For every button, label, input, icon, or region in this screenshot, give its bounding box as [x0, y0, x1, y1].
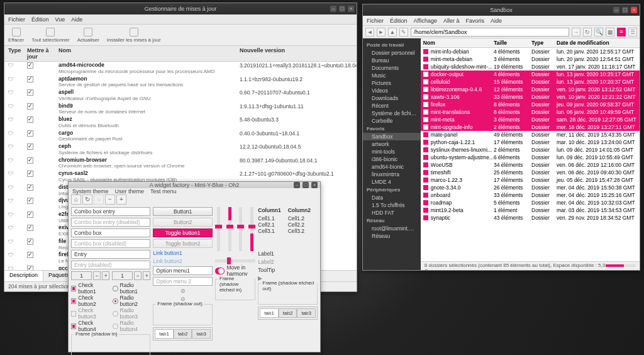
menu-file[interactable]: Fichier [8, 16, 25, 23]
col-name[interactable]: Nom [423, 40, 494, 46]
file-row[interactable]: xawtv-3.10633 élémentsDossierven. 10 jan… [421, 93, 640, 101]
update-row[interactable]: 🛡cargoGestionnaire de paquet Rust0.40.0-… [4, 130, 357, 144]
refresh-button[interactable]: ↻ [583, 28, 592, 37]
combo-box[interactable]: Combo box [71, 228, 150, 237]
update-row[interactable]: 🛡amd64-microcodeMicroprogramme du microc… [4, 62, 357, 76]
option-menu-1[interactable]: Option menu1 [153, 266, 213, 275]
menu-system-theme[interactable]: System theme [72, 188, 109, 194]
file-row[interactable]: gnote-3.34.026 élémentsDossiermer. 04 dé… [421, 184, 640, 191]
titlebar[interactable]: Sandbox –□× [363, 4, 640, 16]
sidebar-item[interactable]: root@linuxmint.com [363, 225, 421, 232]
file-row[interactable]: celluloid15 élémentsDossierlun. 13 janv.… [421, 78, 640, 86]
update-checkbox[interactable] [27, 62, 33, 69]
sidebar-item[interactable]: HDD FAT [363, 209, 421, 217]
refresh-icon[interactable]: ↻ [82, 194, 92, 205]
entry-field[interactable]: Entry [71, 250, 150, 259]
file-row[interactable]: python-caja-1.22.117 élémentsDossiermar.… [421, 138, 640, 146]
update-row[interactable]: 🛡chromium-browserChromium web browser, o… [4, 157, 357, 171]
switch-icon[interactable] [215, 268, 225, 274]
spin-button-2[interactable]: 1−+ [112, 271, 150, 280]
sidebar-item[interactable]: Pictures [363, 79, 421, 87]
combo-entry[interactable]: Combo box entry [71, 207, 150, 216]
file-row[interactable]: marco-1.22.317 élémentsDossierjeu. 05 dé… [421, 176, 640, 184]
file-row[interactable]: roadmap5 élémentsDossiermer. 04 déc. 201… [421, 199, 640, 206]
install-button[interactable]: Installer les mises à jour [107, 28, 161, 43]
sidebar-item[interactable]: Bureau [363, 57, 421, 64]
sidebar-item[interactable]: LMDE 4 [363, 178, 421, 186]
back-button[interactable]: ◄ [365, 28, 374, 37]
menu-edit[interactable]: Édition [31, 16, 49, 23]
home-icon[interactable]: ⌂ [71, 194, 81, 205]
file-row[interactable]: firefox8 élémentsDossierjeu. 09 janv. 20… [421, 101, 640, 108]
tree-row[interactable]: Cell3.1Cell3.2 [258, 228, 318, 234]
minimize-button[interactable]: – [330, 6, 336, 12]
vscale-1[interactable] [217, 207, 220, 251]
update-checkbox[interactable] [27, 225, 33, 231]
update-row[interactable]: 🛡cephSystème de fichiers et stockage dis… [4, 143, 357, 157]
menu-view[interactable]: Affichage [414, 18, 437, 24]
file-row[interactable]: mint-meta-debian3 élémentsDossierlun. 20… [421, 55, 640, 63]
tree-row[interactable]: Cell2.1Cell2.2 [258, 222, 318, 228]
update-checkbox[interactable] [27, 76, 33, 82]
update-checkbox[interactable] [27, 116, 33, 123]
sidebar-item[interactable]: Data [363, 194, 421, 201]
sidebar-item[interactable]: Récent [363, 102, 421, 110]
tree-view[interactable]: Cell1.1Cell1.2Cell2.1Cell2.2Cell3.1Cell3… [258, 215, 318, 234]
update-checkbox[interactable] [27, 266, 33, 270]
file-row[interactable]: mint19.2-beta1 élémentDossiermar. 03 déc… [421, 206, 640, 214]
radio-1[interactable]: Radio button1 [113, 282, 150, 295]
menu-go[interactable]: Aller à [443, 18, 460, 24]
maximize-button[interactable]: □ [622, 7, 628, 13]
update-row[interactable]: 🛡aspellVérificateur d'orthographe Aspell… [4, 89, 357, 103]
tree-col1[interactable]: Column1 [258, 207, 287, 213]
menu-test[interactable]: Test menu [150, 188, 177, 194]
sidebar-item[interactable]: Videos [363, 87, 421, 94]
menu-bookmarks[interactable]: Favoris [465, 18, 484, 24]
col-version[interactable]: Nouvelle version [240, 47, 353, 60]
list-view-button[interactable]: ≡ [617, 28, 626, 37]
file-row[interactable]: synaptic43 élémentsDossierven. 29 nov. 2… [421, 214, 640, 222]
check-1[interactable]: Check button1 [71, 282, 109, 295]
titlebar[interactable]: A widget factory - Mint-Y-Blue - Oh2 –□× [69, 182, 320, 188]
file-row[interactable]: syslinux-themes-linuxmi...2 élémentsDoss… [421, 146, 640, 154]
update-checkbox[interactable] [27, 89, 33, 96]
maximize-button[interactable]: □ [303, 182, 309, 188]
compact-view-button[interactable]: ☰ [628, 28, 637, 37]
sidebar-item[interactable]: Dossier personnel [363, 49, 421, 57]
path-toggle[interactable]: ✎ [399, 28, 408, 37]
vscale-2[interactable] [228, 207, 231, 251]
minimize-button[interactable]: – [294, 182, 300, 188]
plus-icon[interactable]: + [116, 194, 126, 205]
sidebar-item[interactable]: i386-bionic [363, 155, 421, 163]
up-button[interactable]: ▲ [388, 28, 397, 37]
close-button[interactable]: × [348, 6, 354, 12]
update-row[interactable]: 🛡bluezOutils et démons Bluetooth5.48-0ub… [4, 116, 357, 130]
button-1[interactable]: Button1 [153, 207, 213, 216]
sidebar-item[interactable]: Sandbox [363, 133, 421, 140]
update-row[interactable]: 🛡bind9Serveur de noms de domaines intern… [4, 103, 357, 116]
search-button[interactable]: 🔍 [594, 28, 603, 37]
update-row[interactable]: 🛡aptdaemonService de gestion de paquets … [4, 76, 357, 89]
select-all-button[interactable]: Tout sélectionner [31, 28, 69, 43]
close-button[interactable]: × [311, 182, 318, 188]
check-2[interactable]: Check button2 [71, 295, 109, 307]
sidebar[interactable]: Poste de travail Dossier personnelBureau… [363, 38, 421, 270]
sidebar-item[interactable]: Music [363, 72, 421, 79]
update-checkbox[interactable] [27, 184, 33, 191]
sidebar-item[interactable]: mint-tools [363, 148, 421, 155]
update-checkbox[interactable] [27, 211, 33, 218]
file-row[interactable]: timeshift25 élémentsDossierven. 06 déc. … [421, 169, 640, 176]
update-checkbox[interactable] [27, 130, 33, 137]
radio-2[interactable]: Radio button2 [113, 295, 150, 307]
file-rows[interactable]: mint-info-debian4 élémentsDossierlun. 20… [421, 48, 640, 261]
move-in-harmony[interactable]: Move in harmony [215, 264, 255, 277]
col-type[interactable]: Type [531, 40, 557, 46]
update-checkbox[interactable] [27, 198, 33, 204]
file-row[interactable]: mint-meta3 élémentsDossiersam. 28 déc. 2… [421, 116, 640, 123]
sidebar-item[interactable]: Réseau [363, 232, 421, 240]
file-row[interactable]: onboard33 élémentsDossiermer. 04 déc. 20… [421, 191, 640, 199]
menu-user-theme[interactable]: User theme [115, 188, 145, 194]
maximize-button[interactable]: □ [339, 6, 345, 12]
menu-help[interactable]: Aide [71, 16, 82, 23]
check-4[interactable]: Check button4 [71, 320, 109, 332]
